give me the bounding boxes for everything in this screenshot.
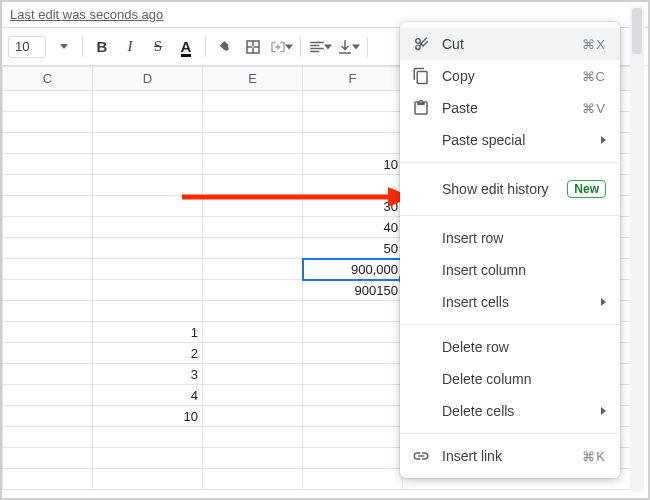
cell[interactable] xyxy=(303,175,403,196)
merge-cells-icon xyxy=(269,38,287,56)
italic-button[interactable]: I xyxy=(117,34,143,60)
caret-down-icon xyxy=(352,43,360,51)
ctx-shortcut: ⌘X xyxy=(582,37,606,52)
ctx-delete-cells[interactable]: Delete cells xyxy=(400,395,620,427)
toolbar-separator xyxy=(82,37,83,57)
caret-down-icon xyxy=(60,44,68,49)
cell[interactable]: 10 xyxy=(93,406,203,427)
horizontal-align-button[interactable] xyxy=(307,34,333,60)
vertical-scrollbar[interactable] xyxy=(630,6,644,492)
cell[interactable]: 10 xyxy=(303,154,403,175)
ctx-label: Insert column xyxy=(442,262,606,278)
ctx-divider xyxy=(400,162,620,163)
caret-down-icon xyxy=(324,43,332,51)
cell[interactable]: 40 xyxy=(303,217,403,238)
column-header[interactable]: D xyxy=(93,67,203,91)
toolbar-separator xyxy=(300,37,301,57)
ctx-delete-row[interactable]: Delete row xyxy=(400,331,620,363)
context-menu: Cut ⌘X Copy ⌘C Paste ⌘V Paste special Sh… xyxy=(400,22,620,478)
copy-icon xyxy=(412,67,430,85)
ctx-insert-column[interactable]: Insert column xyxy=(400,254,620,286)
ctx-label: Show edit history xyxy=(442,181,555,197)
ctx-shortcut: ⌘C xyxy=(582,69,606,84)
borders-icon xyxy=(244,38,262,56)
submenu-caret-icon xyxy=(601,407,606,415)
cell[interactable]: 3 xyxy=(93,364,203,385)
ctx-label: Insert link xyxy=(442,448,570,464)
link-icon xyxy=(412,447,430,465)
submenu-caret-icon xyxy=(601,136,606,144)
ctx-label: Copy xyxy=(442,68,570,84)
ctx-insert-row[interactable]: Insert row xyxy=(400,222,620,254)
ctx-label: Cut xyxy=(442,36,570,52)
ctx-divider xyxy=(400,215,620,216)
last-edit-link[interactable]: Last edit was seconds ago xyxy=(10,7,163,22)
ctx-insert-link[interactable]: Insert link ⌘K xyxy=(400,440,620,472)
merge-cells-button[interactable] xyxy=(268,34,294,60)
scrollbar-thumb[interactable] xyxy=(632,8,642,54)
cell[interactable]: 4 xyxy=(93,385,203,406)
ctx-label: Paste xyxy=(442,100,570,116)
vertical-align-button[interactable] xyxy=(335,34,361,60)
ctx-divider xyxy=(400,433,620,434)
strikethrough-button[interactable]: S xyxy=(145,34,171,60)
toolbar-separator xyxy=(367,37,368,57)
ctx-shortcut: ⌘V xyxy=(582,101,606,116)
new-badge: New xyxy=(567,180,606,198)
ctx-shortcut: ⌘K xyxy=(582,449,606,464)
ctx-label: Delete row xyxy=(442,339,606,355)
font-size-input[interactable]: 10 xyxy=(8,36,46,58)
ctx-label: Paste special xyxy=(442,132,589,148)
font-size-dropdown[interactable] xyxy=(50,34,76,60)
paste-icon xyxy=(412,99,430,117)
column-header[interactable]: E xyxy=(203,67,303,91)
ctx-insert-cells[interactable]: Insert cells xyxy=(400,286,620,318)
ctx-divider xyxy=(400,324,620,325)
ctx-label: Insert cells xyxy=(442,294,589,310)
ctx-label: Insert row xyxy=(442,230,606,246)
fill-color-icon xyxy=(216,38,234,56)
ctx-copy[interactable]: Copy ⌘C xyxy=(400,60,620,92)
cell[interactable]: 2 xyxy=(93,343,203,364)
ctx-delete-column[interactable]: Delete column xyxy=(400,363,620,395)
ctx-paste[interactable]: Paste ⌘V xyxy=(400,92,620,124)
submenu-caret-icon xyxy=(601,298,606,306)
cut-icon xyxy=(412,35,430,53)
column-header[interactable]: F xyxy=(303,67,403,91)
cell[interactable]: 1 xyxy=(93,322,203,343)
borders-button[interactable] xyxy=(240,34,266,60)
cell[interactable]: 900150 xyxy=(303,280,403,301)
ctx-label: Delete column xyxy=(442,371,606,387)
ctx-label: Delete cells xyxy=(442,403,589,419)
toolbar-separator xyxy=(205,37,206,57)
column-header[interactable]: C xyxy=(3,67,93,91)
text-color-button[interactable]: A xyxy=(173,34,199,60)
cell[interactable]: 30 xyxy=(303,196,403,217)
ctx-cut[interactable]: Cut ⌘X xyxy=(400,28,620,60)
selected-cell[interactable]: 900,000 xyxy=(303,259,403,280)
ctx-show-edit-history[interactable]: Show edit history New xyxy=(400,169,620,209)
ctx-paste-special[interactable]: Paste special xyxy=(400,124,620,156)
cell[interactable]: 50 xyxy=(303,238,403,259)
bold-button[interactable]: B xyxy=(89,34,115,60)
fill-color-button[interactable] xyxy=(212,34,238,60)
